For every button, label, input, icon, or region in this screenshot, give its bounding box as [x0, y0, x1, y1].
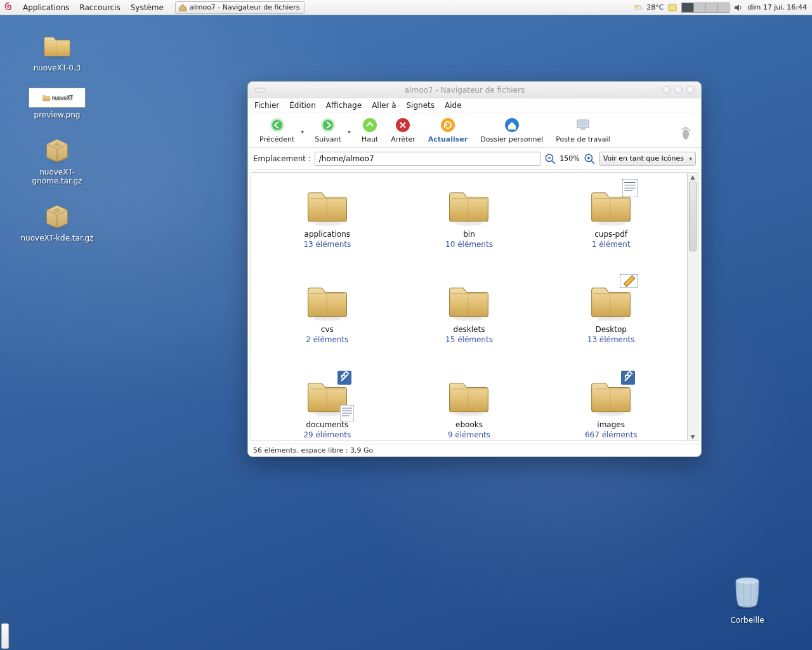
svg-rect-6 — [255, 88, 265, 92]
file-item[interactable]: bin 10 éléments — [398, 183, 540, 278]
menu-raccourcis[interactable]: Raccourcis — [74, 0, 125, 15]
file-meta: 10 éléments — [445, 240, 493, 249]
close-button[interactable] — [686, 86, 695, 94]
bottom-panel-handle[interactable] — [1, 623, 9, 649]
folder-icon — [304, 183, 350, 229]
file-item[interactable]: Desktop 13 éléments — [540, 278, 682, 373]
zoom-in-button[interactable] — [584, 153, 595, 164]
vertical-scrollbar[interactable]: ▲ ▼ — [688, 172, 698, 441]
file-item[interactable]: cvs 2 éléments — [256, 278, 398, 373]
top-panel: Applications Raccourcis Système almoo7 -… — [0, 0, 812, 15]
zoom-percent: 150% — [560, 154, 579, 162]
scroll-down-button[interactable]: ▼ — [688, 432, 698, 441]
file-item[interactable]: images 667 éléments — [540, 373, 682, 441]
home-button[interactable]: Dossier personnel — [474, 116, 549, 145]
taskbar-window-label: almoo7 - Navigateur de fichiers — [190, 3, 300, 11]
window-title: almoo7 - Navigateur de fichiers — [267, 86, 662, 95]
file-meta: 29 éléments — [303, 430, 351, 439]
back-dropdown[interactable]: ▾ — [301, 124, 308, 135]
up-icon — [362, 117, 378, 133]
up-button[interactable]: Haut — [355, 116, 384, 145]
desktop-icon-label: nuoveXT-kde.tar.gz — [21, 234, 94, 242]
svg-point-10 — [323, 120, 333, 130]
menu-systeme[interactable]: Système — [126, 0, 169, 15]
toolbar: Précédent ▾ Suivant ▾ Haut Arrêter Actua… — [248, 112, 701, 148]
note-tray-icon[interactable] — [667, 3, 678, 13]
file-meta: 9 éléments — [448, 430, 490, 439]
view-mode-select[interactable]: Voir en tant que Icônes — [599, 152, 696, 166]
svg-point-11 — [363, 118, 377, 132]
file-meta: 667 éléments — [585, 430, 637, 439]
package-icon — [42, 135, 72, 165]
taskbar-window-button[interactable]: almoo7 - Navigateur de fichiers — [175, 1, 306, 14]
debian-logo-icon[interactable] — [3, 1, 15, 14]
file-name: cvs — [321, 325, 334, 334]
icon-grid[interactable]: applications 13 éléments bin 10 éléments… — [251, 172, 688, 441]
folder-icon — [588, 373, 634, 419]
scroll-up-button[interactable]: ▲ — [688, 173, 698, 181]
file-item[interactable]: ebooks 9 éléments — [398, 373, 540, 441]
maximize-button[interactable] — [674, 86, 683, 94]
volume-icon[interactable] — [733, 3, 743, 13]
folder-icon — [446, 183, 492, 229]
zoom-out-button[interactable] — [544, 153, 556, 164]
icon-view: applications 13 éléments bin 10 éléments… — [248, 169, 701, 444]
file-name: documents — [306, 420, 348, 429]
forward-button[interactable]: Suivant — [308, 116, 348, 145]
svg-point-8 — [272, 120, 282, 130]
clock[interactable]: dim 17 jui, 16:44 — [747, 3, 807, 11]
svg-rect-16 — [579, 121, 587, 126]
menu-applications[interactable]: Applications — [18, 0, 74, 15]
svg-point-13 — [441, 118, 455, 132]
reload-button[interactable]: Actualiser — [422, 116, 475, 145]
svg-rect-3 — [669, 4, 676, 11]
desktop-icon-folder[interactable]: nuoveXT-0.3 — [19, 30, 95, 72]
file-name: Desktop — [595, 325, 627, 334]
desktop-icon-image[interactable]: nuoveXT preview.png — [19, 88, 95, 119]
weather-icon[interactable] — [632, 3, 643, 13]
back-icon — [269, 117, 285, 133]
svg-point-5 — [735, 606, 760, 609]
menu-affichage[interactable]: Affichage — [326, 101, 362, 110]
computer-button[interactable]: Poste de travail — [549, 116, 616, 145]
desktop-icon-trash[interactable]: Corbeille — [727, 571, 768, 625]
file-name: images — [597, 420, 625, 429]
stop-icon — [395, 117, 411, 133]
back-button[interactable]: Précédent — [253, 116, 301, 145]
desktop-icon-package[interactable]: nuoveXT-gnome.tar.gz — [19, 135, 95, 185]
svg-line-23 — [553, 161, 556, 164]
menu-aide[interactable]: Aide — [445, 101, 462, 110]
folder-icon — [304, 278, 350, 324]
workspace-switcher[interactable] — [681, 3, 730, 13]
scrollbar-thumb[interactable] — [689, 182, 697, 251]
home-icon — [178, 3, 187, 12]
desktop-icon-label: nuoveXT-0.3 — [34, 63, 81, 72]
svg-point-20 — [686, 127, 688, 129]
image-thumbnail-icon: nuoveXT — [29, 88, 86, 108]
file-item[interactable]: cups-pdf 1 élément — [540, 183, 682, 278]
svg-line-26 — [591, 161, 594, 164]
location-bar: Emplacement : 150% Voir en tant que Icôn… — [248, 148, 701, 169]
file-meta: 1 élément — [592, 240, 631, 249]
reload-icon — [440, 117, 456, 133]
file-item[interactable]: documents 29 éléments — [256, 373, 398, 441]
file-item[interactable]: applications 13 éléments — [256, 183, 398, 278]
titlebar-pill-icon[interactable] — [254, 86, 267, 94]
forward-dropdown[interactable]: ▾ — [348, 124, 355, 135]
menu-fichier[interactable]: Fichier — [254, 101, 279, 110]
desktop-icon-label: nuoveXT-gnome.tar.gz — [19, 168, 95, 185]
file-manager-window: almoo7 - Navigateur de fichiers Fichier … — [247, 81, 702, 457]
forward-icon — [320, 117, 336, 133]
stop-button[interactable]: Arrêter — [384, 116, 422, 145]
menu-edition[interactable]: Édition — [289, 101, 316, 110]
file-item[interactable]: desklets 15 éléments — [398, 278, 540, 373]
menu-signets[interactable]: Signets — [407, 101, 435, 110]
svg-point-21 — [689, 129, 691, 131]
location-input[interactable] — [315, 152, 540, 166]
folder-icon — [588, 183, 634, 229]
desktop-icon-package[interactable]: nuoveXT-kde.tar.gz — [19, 201, 95, 242]
menu-allera[interactable]: Aller à — [372, 101, 396, 110]
minimize-button[interactable] — [662, 86, 671, 94]
titlebar[interactable]: almoo7 - Navigateur de fichiers — [248, 82, 701, 98]
folder-icon — [446, 373, 492, 419]
